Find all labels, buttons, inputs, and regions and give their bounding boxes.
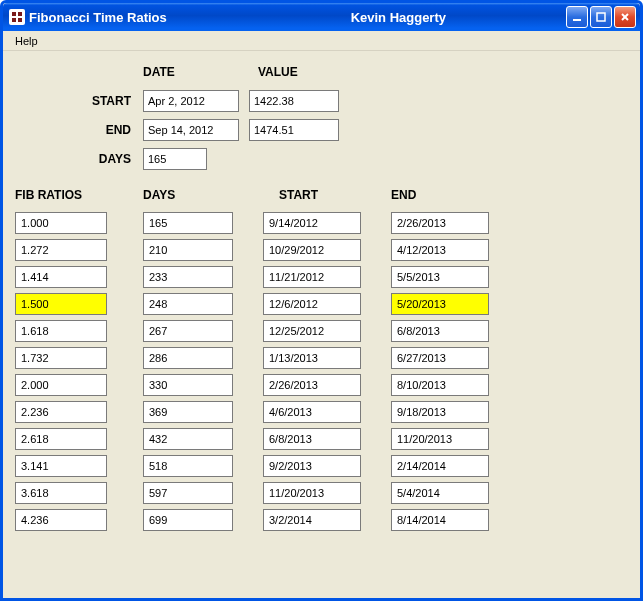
start-date-cell[interactable]: 4/6/2013 (263, 401, 361, 423)
table-row: 2.0003302/26/20138/10/2013 (15, 374, 628, 396)
maximize-button[interactable] (590, 6, 612, 28)
days-cell[interactable]: 432 (143, 428, 233, 450)
table-row: 3.61859711/20/20135/4/2014 (15, 482, 628, 504)
start-date-cell[interactable]: 2/26/2013 (263, 374, 361, 396)
window-subtitle: Kevin Haggerty (351, 10, 446, 25)
start-date-cell[interactable]: 11/20/2013 (263, 482, 361, 504)
minimize-button[interactable] (566, 6, 588, 28)
table-body: 1.0001659/14/20122/26/20131.27221010/29/… (15, 212, 628, 531)
th-end: END (391, 188, 511, 202)
start-date-cell[interactable]: 12/25/2012 (263, 320, 361, 342)
days-cell[interactable]: 597 (143, 482, 233, 504)
start-date-cell[interactable]: 11/21/2012 (263, 266, 361, 288)
th-fib: FIB RATIOS (15, 188, 143, 202)
svg-rect-1 (18, 12, 22, 16)
table-row: 2.2363694/6/20139/18/2013 (15, 401, 628, 423)
fib-ratio-cell[interactable]: 1.618 (15, 320, 107, 342)
end-date-cell[interactable]: 8/10/2013 (391, 374, 489, 396)
app-icon (9, 9, 25, 25)
end-date-cell[interactable]: 6/27/2013 (391, 347, 489, 369)
end-date-cell[interactable]: 4/12/2013 (391, 239, 489, 261)
window-buttons (566, 6, 636, 28)
table-header: FIB RATIOS DAYS START END (15, 188, 628, 202)
th-days: DAYS (143, 188, 263, 202)
end-date-cell[interactable]: 5/4/2014 (391, 482, 489, 504)
days-cell[interactable]: 369 (143, 401, 233, 423)
start-date-cell[interactable]: 9/2/2013 (263, 455, 361, 477)
end-date-cell[interactable]: 11/20/2013 (391, 428, 489, 450)
header-date-label: DATE (143, 65, 248, 79)
menu-help[interactable]: Help (9, 33, 44, 49)
end-date-cell[interactable]: 2/14/2014 (391, 455, 489, 477)
start-date-cell[interactable]: 6/8/2013 (263, 428, 361, 450)
start-value-input[interactable]: 1422.38 (249, 90, 339, 112)
days-cell[interactable]: 210 (143, 239, 233, 261)
end-date-cell[interactable]: 2/26/2013 (391, 212, 489, 234)
table-row: 1.7322861/13/20136/27/2013 (15, 347, 628, 369)
table-row: 3.1415189/2/20132/14/2014 (15, 455, 628, 477)
titlebar: Fibonacci Time Ratios Kevin Haggerty (3, 3, 640, 31)
days-label: DAYS (15, 152, 143, 166)
end-date-cell[interactable]: 5/20/2013 (391, 293, 489, 315)
fib-ratio-cell[interactable]: 2.236 (15, 401, 107, 423)
fib-ratio-cell[interactable]: 1.732 (15, 347, 107, 369)
end-date-cell[interactable]: 9/18/2013 (391, 401, 489, 423)
days-input[interactable]: 165 (143, 148, 207, 170)
th-start: START (263, 188, 391, 202)
fib-ratio-cell[interactable]: 1.272 (15, 239, 107, 261)
svg-rect-3 (18, 18, 22, 22)
start-date-cell[interactable]: 10/29/2012 (263, 239, 361, 261)
fib-ratio-cell[interactable]: 3.618 (15, 482, 107, 504)
content-pane: DATE VALUE START Apr 2, 2012 1422.38 END… (3, 51, 640, 598)
fib-ratio-cell[interactable]: 1.414 (15, 266, 107, 288)
svg-rect-4 (573, 19, 581, 21)
days-cell[interactable]: 248 (143, 293, 233, 315)
fib-ratio-cell[interactable]: 1.500 (15, 293, 107, 315)
fib-ratio-cell[interactable]: 3.141 (15, 455, 107, 477)
svg-rect-2 (12, 18, 16, 22)
app-window: Fibonacci Time Ratios Kevin Haggerty Hel… (0, 0, 643, 601)
end-label: END (15, 123, 143, 137)
fib-ratio-cell[interactable]: 4.236 (15, 509, 107, 531)
end-date-cell[interactable]: 8/14/2014 (391, 509, 489, 531)
table-row: 1.41423311/21/20125/5/2013 (15, 266, 628, 288)
table-row: 1.27221010/29/20124/12/2013 (15, 239, 628, 261)
table-row: 4.2366993/2/20148/14/2014 (15, 509, 628, 531)
days-cell[interactable]: 286 (143, 347, 233, 369)
fib-ratio-cell[interactable]: 2.000 (15, 374, 107, 396)
svg-rect-0 (12, 12, 16, 16)
days-cell[interactable]: 267 (143, 320, 233, 342)
start-date-cell[interactable]: 3/2/2014 (263, 509, 361, 531)
days-cell[interactable]: 518 (143, 455, 233, 477)
days-cell[interactable]: 233 (143, 266, 233, 288)
close-button[interactable] (614, 6, 636, 28)
end-date-cell[interactable]: 6/8/2013 (391, 320, 489, 342)
days-cell[interactable]: 165 (143, 212, 233, 234)
start-date-cell[interactable]: 1/13/2013 (263, 347, 361, 369)
table-row: 1.0001659/14/20122/26/2013 (15, 212, 628, 234)
table-row: 1.50024812/6/20125/20/2013 (15, 293, 628, 315)
fib-ratio-cell[interactable]: 2.618 (15, 428, 107, 450)
end-date-input[interactable]: Sep 14, 2012 (143, 119, 239, 141)
svg-rect-5 (597, 13, 605, 21)
start-label: START (15, 94, 143, 108)
end-date-cell[interactable]: 5/5/2013 (391, 266, 489, 288)
menubar: Help (3, 31, 640, 51)
table-row: 2.6184326/8/201311/20/2013 (15, 428, 628, 450)
header-value-label: VALUE (258, 65, 358, 79)
days-cell[interactable]: 699 (143, 509, 233, 531)
table-row: 1.61826712/25/20126/8/2013 (15, 320, 628, 342)
end-value-input[interactable]: 1474.51 (249, 119, 339, 141)
start-date-input[interactable]: Apr 2, 2012 (143, 90, 239, 112)
days-cell[interactable]: 330 (143, 374, 233, 396)
start-date-cell[interactable]: 12/6/2012 (263, 293, 361, 315)
window-title: Fibonacci Time Ratios (29, 10, 167, 25)
fib-ratio-cell[interactable]: 1.000 (15, 212, 107, 234)
start-date-cell[interactable]: 9/14/2012 (263, 212, 361, 234)
